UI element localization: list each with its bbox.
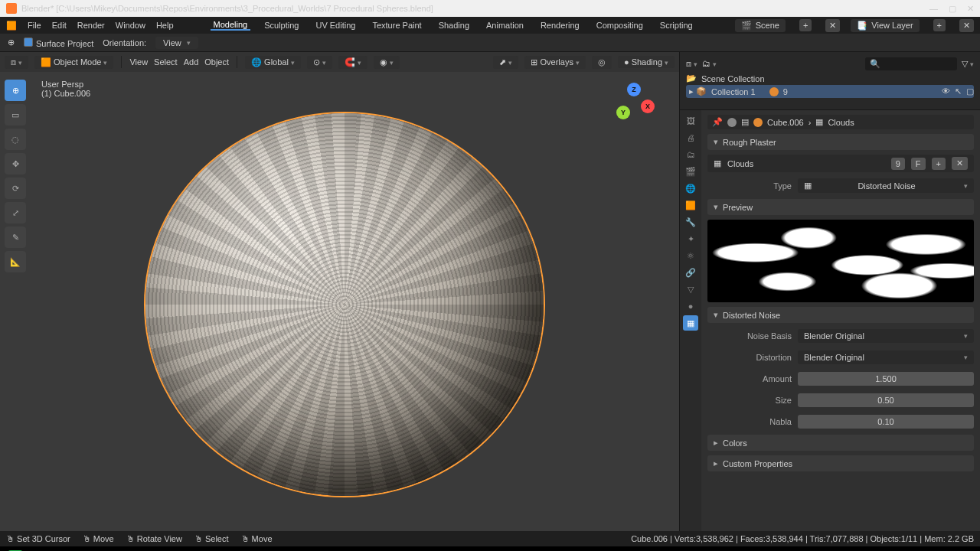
outliner-visibility-icon[interactable]: 👁	[942, 86, 950, 96]
tab-scene-props[interactable]: 🎬	[683, 164, 698, 179]
texture-users-count[interactable]: 9	[891, 158, 905, 170]
viewport-menu-select[interactable]: Select	[154, 57, 178, 67]
gizmo-x-axis[interactable]: X	[641, 99, 655, 113]
panel-preview[interactable]: ▾Preview	[707, 199, 974, 215]
viewport-menu-object[interactable]: Object	[204, 57, 229, 67]
tab-modifier-props[interactable]: 🔧	[683, 214, 698, 230]
scene-selector[interactable]: 🎬 Scene	[735, 19, 786, 32]
texture-remove-button[interactable]: ✕	[952, 157, 968, 170]
tab-physics-props[interactable]: ⚛	[683, 248, 698, 263]
viewport-menu-add[interactable]: Add	[184, 57, 199, 67]
viewport-3d[interactable]: ⧈ 🟧 Object Mode View Select Add Object 🌐…	[0, 52, 680, 531]
gizmo-dropdown[interactable]: ⬈	[493, 56, 518, 69]
tab-scripting[interactable]: Scripting	[657, 21, 696, 30]
menu-edit[interactable]: Edit	[52, 21, 67, 30]
viewport-menu-view[interactable]: View	[129, 57, 148, 67]
tab-modeling[interactable]: Modeling	[211, 20, 251, 31]
mode-dropdown[interactable]: 🟧 Object Mode	[34, 56, 113, 69]
tab-render-props[interactable]: 🖼	[683, 113, 698, 129]
transform-orientation-dropdown[interactable]: 🌐 Global	[245, 56, 301, 69]
tab-uv-editing[interactable]: UV Editing	[312, 21, 358, 30]
tool-move[interactable]: ✥	[5, 153, 26, 174]
proportional-edit-dropdown[interactable]: ◉	[374, 56, 400, 69]
menu-window[interactable]: Window	[116, 21, 145, 30]
outliner-hide-icon[interactable]: ▢	[966, 86, 974, 96]
brush-icon[interactable]: ▤	[741, 117, 749, 127]
tab-texture-props[interactable]: ▦	[683, 315, 698, 331]
pivot-point-dropdown[interactable]: ⊙	[307, 56, 332, 69]
nabla-input[interactable]: 0.10	[798, 415, 974, 429]
cursor-tool-icon[interactable]: ⊕	[8, 37, 15, 47]
texture-selector[interactable]: ▦ Clouds 9 F + ✕	[707, 155, 974, 172]
viewlayer-selector[interactable]: 📑 View Layer	[851, 19, 919, 32]
orientation-dropdown[interactable]: View	[155, 37, 198, 49]
tool-scale[interactable]: ⤢	[5, 202, 26, 223]
top-menu: 🟧 File Edit Render Window Help Modeling …	[0, 17, 980, 34]
distortion-dropdown[interactable]: Blender Original	[798, 350, 974, 364]
tab-shading[interactable]: Shading	[436, 21, 472, 30]
size-input[interactable]: 0.50	[798, 393, 974, 407]
overlays-dropdown[interactable]: ⊞ Overlays	[524, 56, 585, 69]
tab-constraint-props[interactable]: 🔗	[683, 265, 698, 280]
shading-dropdown[interactable]: ● Shading	[618, 56, 675, 68]
viewport-mesh-object[interactable]	[145, 113, 544, 496]
tab-texture-paint[interactable]: Texture Paint	[369, 21, 424, 30]
scene-add-button[interactable]: +	[799, 19, 812, 31]
tab-mesh-props[interactable]: ▽	[683, 282, 698, 297]
tool-select-circle[interactable]: ◌	[5, 129, 26, 150]
viewlayer-add-button[interactable]: +	[933, 19, 946, 31]
menu-file[interactable]: File	[28, 21, 41, 30]
scene-remove-button[interactable]: ✕	[825, 19, 840, 32]
maximize-button[interactable]: ▢	[949, 4, 956, 14]
type-dropdown[interactable]: ▦ Distorted Noise	[798, 178, 974, 193]
tab-object-props[interactable]: 🟧	[683, 197, 698, 213]
orientation-gizmo[interactable]: Z X Y	[610, 83, 656, 129]
tool-rotate[interactable]: ⟳	[5, 178, 26, 199]
outliner-type-dropdown[interactable]: ⧈	[686, 59, 697, 69]
fake-user-button[interactable]: F	[911, 158, 926, 170]
close-button[interactable]: ✕	[967, 4, 974, 14]
noise-basis-dropdown[interactable]: Blender Original	[798, 329, 974, 343]
snap-dropdown[interactable]: 🧲	[338, 56, 368, 69]
surface-project-checkbox[interactable]	[24, 37, 33, 47]
menu-help[interactable]: Help	[156, 21, 174, 30]
tab-compositing[interactable]: Compositing	[593, 21, 646, 30]
menu-render[interactable]: Render	[77, 21, 105, 30]
tab-world-props[interactable]: 🌐	[683, 181, 698, 196]
tab-animation[interactable]: Animation	[483, 21, 527, 30]
outliner-display-dropdown[interactable]: 🗂	[702, 59, 717, 68]
tool-select-box[interactable]: ▭	[5, 104, 26, 126]
window-title: Blender* [C:\Users\Mikey\Documents\Repos…	[21, 4, 433, 13]
minimize-button[interactable]: —	[929, 4, 938, 14]
tab-material-props[interactable]: ●	[683, 298, 698, 314]
amount-input[interactable]: 1.500	[798, 372, 974, 386]
tool-cursor[interactable]: ⊕	[5, 80, 26, 101]
tool-annotate[interactable]: ✎	[5, 227, 26, 248]
panel-colors[interactable]: ▸Colors	[707, 435, 974, 451]
texture-name-input[interactable]: Clouds	[727, 159, 885, 168]
distortion-label: Distortion	[707, 353, 792, 362]
texture-add-button[interactable]: +	[932, 158, 946, 170]
breadcrumb-texture[interactable]: Clouds	[828, 118, 854, 127]
viewlayer-remove-button[interactable]: ✕	[959, 19, 974, 32]
tab-particle-props[interactable]: ✦	[683, 231, 698, 246]
outliner-scene-row[interactable]: 📂 Scene Collection	[686, 72, 974, 85]
tab-output-props[interactable]: 🖨	[683, 130, 698, 145]
outliner-search-input[interactable]: 🔍	[865, 57, 957, 70]
tool-measure[interactable]: 📐	[5, 251, 26, 272]
tab-viewlayer-props[interactable]: 🗂	[683, 147, 698, 162]
outliner-filter-dropdown[interactable]: ▽	[962, 59, 974, 69]
outliner-select-icon[interactable]: ↖	[955, 86, 962, 96]
editor-type-dropdown[interactable]: ⧈	[5, 56, 28, 69]
pin-icon[interactable]: 📌	[712, 117, 723, 127]
gizmo-y-axis[interactable]: Y	[616, 106, 630, 119]
xray-toggle[interactable]: ◎	[592, 56, 612, 69]
tab-rendering[interactable]: Rendering	[537, 21, 583, 30]
panel-distorted-noise[interactable]: ▾Distorted Noise	[707, 307, 974, 323]
tab-sculpting[interactable]: Sculpting	[261, 21, 302, 30]
breadcrumb-object[interactable]: Cube.006	[767, 118, 804, 127]
outliner-collection-row[interactable]: ▸ 📦 Collection 1 9 👁 ↖ ▢	[686, 85, 974, 98]
panel-rough-plaster[interactable]: ▾Rough Plaster	[707, 134, 974, 150]
panel-custom-properties[interactable]: ▸Custom Properties	[707, 455, 974, 471]
gizmo-z-axis[interactable]: Z	[627, 83, 641, 96]
